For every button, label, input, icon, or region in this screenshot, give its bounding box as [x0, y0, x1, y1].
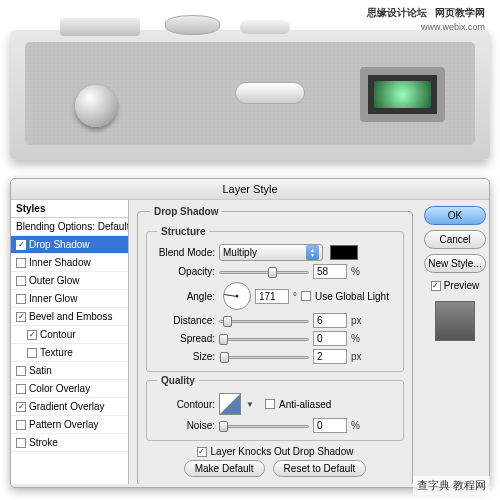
- angle-label: Angle:: [153, 291, 215, 302]
- spread-label: Spread:: [153, 333, 215, 344]
- opacity-label: Opacity:: [153, 266, 215, 277]
- noise-slider[interactable]: [219, 419, 309, 433]
- structure-group: Structure Blend Mode: Multiply ▲▼ Opacit…: [146, 226, 404, 372]
- sidebar-header[interactable]: Styles: [11, 200, 128, 218]
- layer-knocks-out-checkbox[interactable]: ✓: [197, 447, 207, 457]
- layer-knocks-out-label: Layer Knocks Out Drop Shadow: [211, 446, 354, 457]
- distance-label: Distance:: [153, 315, 215, 326]
- make-default-button[interactable]: Make Default: [184, 460, 265, 477]
- blend-mode-label: Blend Mode:: [153, 247, 215, 258]
- sidebar-item-outer-glow[interactable]: Outer Glow: [11, 272, 128, 290]
- distance-input[interactable]: [313, 313, 347, 328]
- checkbox-icon[interactable]: ✓: [16, 402, 26, 412]
- checkbox-icon[interactable]: [16, 276, 26, 286]
- use-global-light-checkbox[interactable]: [301, 291, 311, 301]
- spread-slider[interactable]: [219, 332, 309, 346]
- checkbox-icon[interactable]: [16, 420, 26, 430]
- sidebar-item-satin[interactable]: Satin: [11, 362, 128, 380]
- checkbox-icon[interactable]: [27, 348, 37, 358]
- sidebar-item-pattern-overlay[interactable]: Pattern Overlay: [11, 416, 128, 434]
- checkbox-icon[interactable]: [16, 366, 26, 376]
- camera-illustration: [10, 30, 490, 160]
- distance-slider[interactable]: [219, 314, 309, 328]
- sidebar-item-stroke[interactable]: Stroke: [11, 434, 128, 452]
- quality-group: Quality Contour: ▼ Anti-aliased Noise: %: [146, 375, 404, 441]
- checkbox-icon[interactable]: ✓: [27, 330, 37, 340]
- drop-shadow-group: Drop Shadow Structure Blend Mode: Multip…: [137, 206, 413, 484]
- chevron-down-icon[interactable]: ▼: [245, 400, 255, 409]
- sidebar-item-inner-shadow[interactable]: Inner Shadow: [11, 254, 128, 272]
- checkbox-icon[interactable]: ✓: [16, 240, 26, 250]
- sidebar-item-bevel-emboss[interactable]: ✓Bevel and Emboss: [11, 308, 128, 326]
- anti-aliased-label: Anti-aliased: [279, 399, 331, 410]
- checkbox-icon[interactable]: ✓: [16, 312, 26, 322]
- opacity-slider[interactable]: [219, 265, 309, 279]
- angle-dial[interactable]: [223, 282, 251, 310]
- sidebar-item-texture[interactable]: Texture: [11, 344, 128, 362]
- checkbox-icon[interactable]: [16, 438, 26, 448]
- checkbox-icon[interactable]: [16, 258, 26, 268]
- preview-swatch: [435, 301, 475, 341]
- anti-aliased-checkbox[interactable]: [265, 399, 275, 409]
- styles-sidebar: Styles Blending Options: Default ✓Drop S…: [11, 200, 129, 484]
- use-global-light-label: Use Global Light: [315, 291, 389, 302]
- chevron-updown-icon: ▲▼: [306, 245, 319, 260]
- blend-mode-select[interactable]: Multiply ▲▼: [219, 244, 323, 261]
- cancel-button[interactable]: Cancel: [424, 230, 486, 249]
- opacity-input[interactable]: [313, 264, 347, 279]
- sidebar-item-color-overlay[interactable]: Color Overlay: [11, 380, 128, 398]
- sidebar-item-drop-shadow[interactable]: ✓Drop Shadow: [11, 236, 128, 254]
- sidebar-item-inner-glow[interactable]: Inner Glow: [11, 290, 128, 308]
- watermark-bottom: 查字典 教程网: [413, 476, 490, 495]
- noise-input[interactable]: [313, 418, 347, 433]
- size-input[interactable]: [313, 349, 347, 364]
- preview-checkbox[interactable]: ✓: [431, 281, 441, 291]
- layer-style-dialog: Layer Style Styles Blending Options: Def…: [10, 178, 490, 488]
- preview-label: Preview: [444, 280, 480, 291]
- size-slider[interactable]: [219, 350, 309, 364]
- new-style-button[interactable]: New Style...: [424, 254, 486, 273]
- contour-label: Contour:: [153, 399, 215, 410]
- ok-button[interactable]: OK: [424, 206, 486, 225]
- sidebar-item-contour[interactable]: ✓Contour: [11, 326, 128, 344]
- angle-input[interactable]: [255, 289, 289, 304]
- shadow-color-swatch[interactable]: [330, 245, 358, 260]
- watermark-top: 思缘设计论坛网页教学网: [359, 5, 485, 20]
- dialog-title: Layer Style: [11, 179, 489, 200]
- checkbox-icon[interactable]: [16, 294, 26, 304]
- reset-default-button[interactable]: Reset to Default: [273, 460, 367, 477]
- noise-label: Noise:: [153, 420, 215, 431]
- spread-input[interactable]: [313, 331, 347, 346]
- section-title: Drop Shadow: [150, 206, 222, 217]
- main-panel: Drop Shadow Structure Blend Mode: Multip…: [129, 200, 421, 484]
- right-panel: OK Cancel New Style... ✓ Preview: [421, 200, 489, 484]
- size-label: Size:: [153, 351, 215, 362]
- sidebar-item-gradient-overlay[interactable]: ✓Gradient Overlay: [11, 398, 128, 416]
- checkbox-icon[interactable]: [16, 384, 26, 394]
- sidebar-blending-options[interactable]: Blending Options: Default: [11, 218, 128, 236]
- contour-picker[interactable]: [219, 393, 241, 415]
